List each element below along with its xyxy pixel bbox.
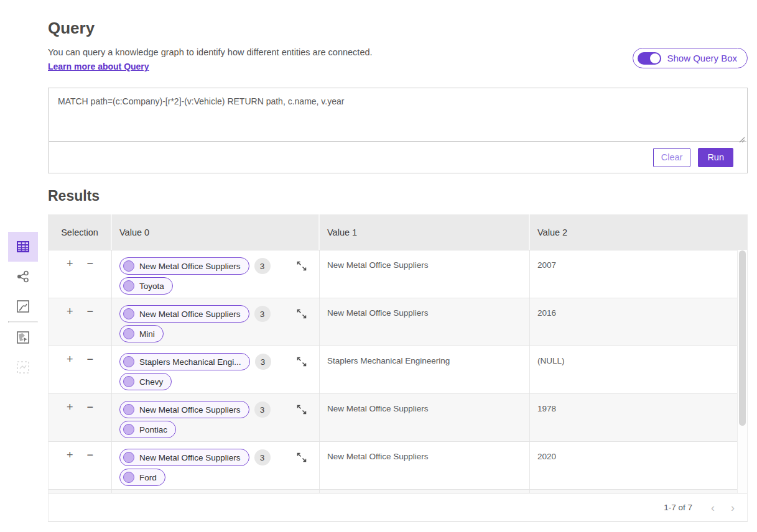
value0-cell: New Metal Office Suppliers 3 Ford bbox=[112, 442, 320, 489]
remove-selection-button[interactable]: − bbox=[87, 258, 94, 298]
selection-cell: + − bbox=[49, 394, 112, 441]
company-pill-label: Staplers Mechanical Engi... bbox=[139, 357, 241, 367]
column-header-value1: Value 1 bbox=[320, 214, 530, 250]
value0-cell: New Metal Office Suppliers 3 Mini bbox=[112, 298, 320, 346]
company-pill-label: New Metal Office Suppliers bbox=[139, 453, 241, 462]
graph-view-icon bbox=[16, 269, 30, 284]
query-footer: Clear Run bbox=[49, 142, 747, 173]
entity-dot-icon bbox=[123, 424, 134, 435]
sidebar-item-table-view[interactable] bbox=[8, 232, 38, 262]
remove-selection-button[interactable]: − bbox=[87, 449, 94, 489]
vehicle-entity-pill[interactable]: Mini bbox=[119, 325, 164, 342]
table-row: + − New Metal Office Suppliers 3 bbox=[49, 393, 737, 441]
pagination-next-button[interactable]: › bbox=[731, 502, 735, 513]
column-header-selection: Selection bbox=[49, 214, 112, 250]
entity-dot-icon bbox=[123, 260, 134, 272]
table-scrollbar[interactable] bbox=[737, 250, 747, 493]
value1-cell: New Metal Office Suppliers bbox=[320, 394, 530, 441]
value0-cell: New Metal Office Suppliers 3 Toyota bbox=[112, 250, 320, 298]
toggle-switch-icon[interactable] bbox=[638, 52, 661, 65]
add-selection-button[interactable]: + bbox=[67, 306, 73, 346]
value2-cell: 2007 bbox=[530, 250, 737, 298]
map-view-icon bbox=[16, 331, 30, 344]
selection-cell: + − bbox=[49, 298, 112, 346]
vehicle-pill-label: Pontiac bbox=[139, 425, 167, 434]
vehicle-entity-pill[interactable]: Toyota bbox=[119, 277, 173, 295]
vehicle-pill-label: Ford bbox=[139, 473, 157, 482]
partial-row bbox=[49, 489, 747, 493]
run-button[interactable]: Run bbox=[698, 148, 733, 167]
expand-icon bbox=[295, 451, 308, 464]
sidebar-item-chart-view[interactable] bbox=[8, 291, 38, 321]
value2-cell: 2016 bbox=[530, 298, 737, 346]
entity-dot-icon bbox=[123, 404, 134, 415]
add-selection-button[interactable]: + bbox=[67, 354, 73, 393]
expand-icon bbox=[295, 355, 308, 368]
vehicle-entity-pill[interactable]: Chevy bbox=[119, 373, 172, 390]
expand-icon bbox=[295, 260, 308, 272]
vehicle-pill-label: Mini bbox=[139, 329, 155, 339]
company-entity-pill[interactable]: New Metal Office Suppliers bbox=[119, 305, 249, 323]
add-selection-button[interactable]: + bbox=[67, 449, 73, 489]
company-entity-pill[interactable]: New Metal Office Suppliers bbox=[119, 257, 249, 275]
vehicle-entity-pill[interactable]: Pontiac bbox=[119, 421, 176, 438]
entity-dot-icon bbox=[123, 452, 134, 463]
page-description: You can query a knowledge graph to ident… bbox=[48, 47, 373, 57]
remove-selection-button[interactable]: − bbox=[87, 306, 94, 346]
entity-dot-icon bbox=[123, 356, 134, 367]
remove-selection-button[interactable]: − bbox=[87, 401, 94, 441]
learn-more-link[interactable]: Learn more about Query bbox=[48, 62, 149, 71]
column-header-value2: Value 2 bbox=[530, 214, 747, 250]
pagination-prev-button[interactable]: ‹ bbox=[711, 502, 715, 513]
value1-cell: New Metal Office Suppliers bbox=[320, 250, 530, 298]
value2-cell: 1978 bbox=[530, 394, 737, 441]
pagination-range: 1-7 of 7 bbox=[664, 503, 692, 512]
table-row: + − Staplers Mechanical Engi... 3 bbox=[49, 346, 737, 393]
expand-path-button[interactable] bbox=[295, 260, 308, 272]
path-count-badge: 3 bbox=[254, 306, 271, 322]
expand-path-button[interactable] bbox=[295, 355, 308, 368]
expand-path-button[interactable] bbox=[295, 451, 308, 464]
path-count-badge: 3 bbox=[254, 449, 271, 466]
sidebar-item-empty-view[interactable] bbox=[8, 352, 38, 382]
entity-dot-icon bbox=[123, 328, 134, 339]
page-title: Query bbox=[48, 19, 95, 38]
query-input[interactable]: MATCH path=(c:Company)-[r*2]-(v:Vehicle)… bbox=[49, 88, 746, 142]
company-entity-pill[interactable]: Staplers Mechanical Engi... bbox=[119, 353, 250, 370]
entity-dot-icon bbox=[123, 472, 134, 483]
company-entity-pill[interactable]: New Metal Office Suppliers bbox=[119, 449, 249, 466]
chart-view-icon bbox=[16, 300, 30, 313]
entity-dot-icon bbox=[123, 280, 134, 291]
company-entity-pill[interactable]: New Metal Office Suppliers bbox=[119, 401, 249, 418]
value2-cell: (NULL) bbox=[530, 346, 737, 393]
value1-cell: New Metal Office Suppliers bbox=[320, 442, 530, 489]
entity-dot-icon bbox=[123, 308, 134, 319]
entity-dot-icon bbox=[123, 376, 134, 387]
remove-selection-button[interactable]: − bbox=[87, 354, 94, 393]
clear-button[interactable]: Clear bbox=[653, 148, 691, 167]
add-selection-button[interactable]: + bbox=[67, 258, 73, 298]
company-pill-label: New Metal Office Suppliers bbox=[139, 405, 241, 415]
results-table: Selection Value 0 Value 1 Value 2 + − Ne… bbox=[48, 214, 748, 522]
expand-icon bbox=[295, 403, 308, 416]
vehicle-entity-pill[interactable]: Ford bbox=[119, 469, 165, 486]
expand-icon bbox=[295, 308, 308, 320]
add-selection-button[interactable]: + bbox=[67, 401, 73, 441]
expand-path-button[interactable] bbox=[295, 308, 308, 320]
toggle-label: Show Query Box bbox=[667, 53, 737, 63]
table-header: Selection Value 0 Value 1 Value 2 bbox=[49, 214, 747, 250]
sidebar-item-graph-view[interactable] bbox=[8, 262, 38, 291]
show-query-box-toggle[interactable]: Show Query Box bbox=[633, 48, 748, 68]
resize-handle-icon[interactable] bbox=[738, 135, 745, 143]
table-view-icon bbox=[16, 239, 30, 254]
path-count-badge: 3 bbox=[255, 354, 271, 370]
vehicle-pill-label: Toyota bbox=[139, 282, 164, 291]
value1-cell: New Metal Office Suppliers bbox=[320, 298, 530, 346]
scrollbar-thumb[interactable] bbox=[739, 250, 746, 426]
view-sidebar bbox=[8, 232, 38, 382]
selection-cell: + − bbox=[49, 250, 112, 298]
sidebar-item-map-view[interactable] bbox=[8, 323, 38, 352]
column-header-value0: Value 0 bbox=[112, 214, 320, 250]
expand-path-button[interactable] bbox=[295, 403, 308, 416]
table-footer: 1-7 of 7 ‹ › bbox=[49, 493, 747, 521]
